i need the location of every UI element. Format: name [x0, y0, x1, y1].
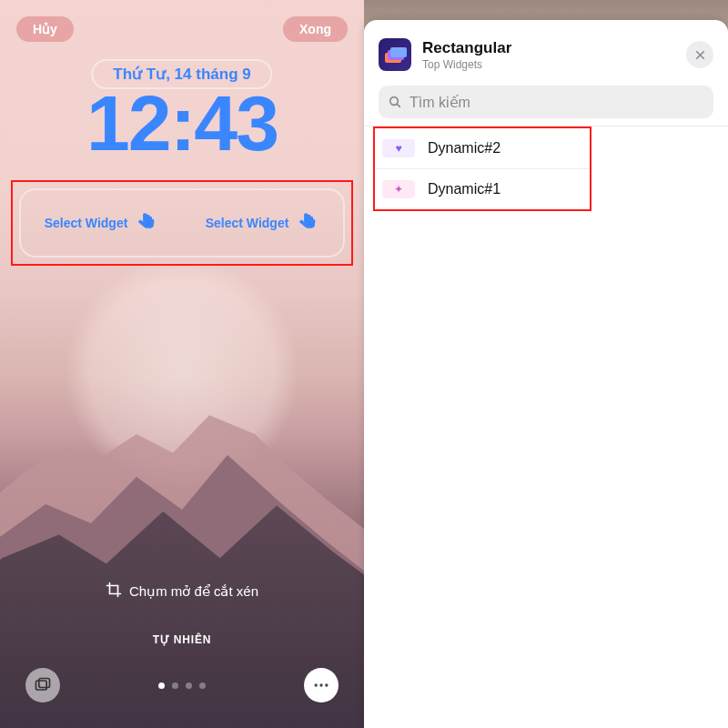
page-dot — [172, 682, 178, 689]
list-item-label: Dynamic#2 — [428, 140, 500, 157]
sheet-title: Rectangular — [422, 39, 675, 57]
widget-slot-1[interactable]: Select Widget — [21, 190, 182, 256]
filter-name-label: TỰ NHIÊN — [0, 633, 364, 646]
page-dot — [186, 682, 192, 689]
widget-list: ♥ Dynamic#2 ✦ Dynamic#1 — [364, 126, 728, 211]
tap-hand-icon — [296, 211, 319, 235]
svg-point-4 — [325, 683, 328, 686]
list-item[interactable]: ♥ Dynamic#2 — [375, 128, 590, 168]
lockscreen-clock[interactable]: 12:43 — [0, 78, 364, 168]
lockscreen-editor: Hủy Xong Thứ Tư, 14 tháng 9 12:43 Select… — [0, 0, 364, 728]
crop-icon — [106, 581, 122, 601]
search-input[interactable]: Tìm kiếm — [379, 86, 713, 118]
search-icon — [388, 95, 402, 109]
sheet-subtitle: Top Widgets — [422, 58, 675, 71]
photos-button[interactable] — [25, 668, 60, 703]
crop-hint-text: Chụm mở để cắt xén — [129, 583, 258, 600]
widget-picker-sheet: Rectangular Top Widgets Tìm kiếm ♥ Dynam… — [364, 20, 728, 728]
widget-thumb: ♥ — [382, 139, 415, 157]
svg-rect-0 — [36, 681, 47, 690]
svg-point-2 — [315, 683, 318, 686]
widget-area-highlight: Select Widget Select Widget — [11, 180, 353, 266]
sheet-title-block: Rectangular Top Widgets — [422, 39, 675, 71]
cancel-button[interactable]: Hủy — [16, 16, 74, 42]
svg-rect-1 — [39, 679, 50, 688]
top-widgets-app-icon — [379, 38, 411, 71]
close-icon — [694, 49, 706, 61]
close-button[interactable] — [686, 41, 713, 68]
done-button[interactable]: Xong — [283, 16, 348, 42]
search-placeholder: Tìm kiếm — [410, 94, 470, 111]
page-indicator[interactable] — [158, 682, 206, 689]
list-item[interactable]: ✦ Dynamic#1 — [375, 168, 590, 209]
widget-list-highlight: ♥ Dynamic#2 ✦ Dynamic#1 — [373, 126, 592, 211]
widget-slot-2-label: Select Widget — [206, 216, 289, 230]
widget-picker-panel: Rectangular Top Widgets Tìm kiếm ♥ Dynam… — [364, 0, 728, 728]
widget-slot-2[interactable]: Select Widget — [182, 190, 343, 256]
svg-point-3 — [319, 683, 322, 686]
widget-thumb: ✦ — [382, 180, 415, 198]
page-dot — [158, 682, 165, 689]
widget-row[interactable]: Select Widget Select Widget — [19, 188, 345, 258]
widget-slot-1-label: Select Widget — [45, 216, 128, 230]
list-item-label: Dynamic#1 — [428, 181, 500, 197]
sheet-header: Rectangular Top Widgets — [364, 29, 728, 86]
pinch-to-crop-hint: Chụm mở để cắt xén — [0, 581, 364, 601]
bottom-toolbar — [0, 668, 364, 703]
more-options-button[interactable] — [304, 668, 339, 703]
page-dot — [199, 682, 206, 689]
tap-hand-icon — [135, 211, 158, 235]
